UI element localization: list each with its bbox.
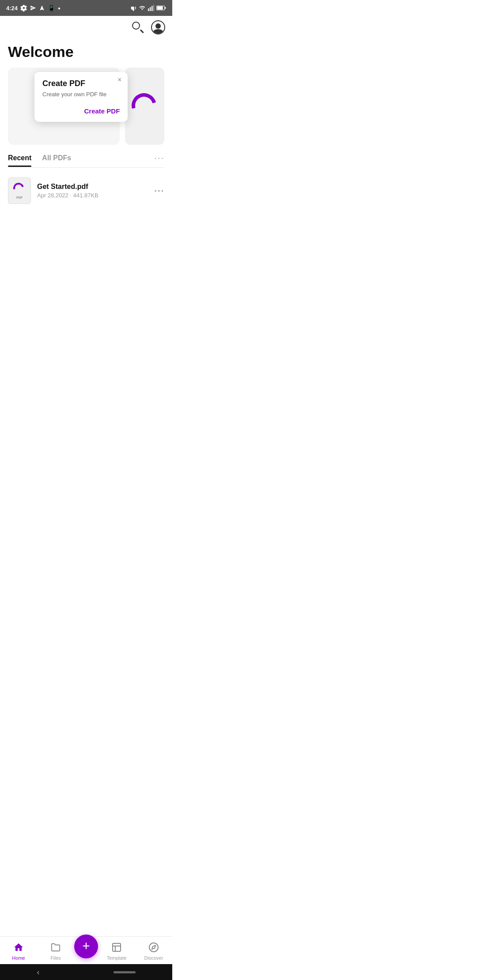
file-date: Apr 28,2022	[37, 192, 68, 199]
muted-icon	[130, 5, 136, 11]
svg-rect-1	[150, 7, 151, 11]
navigation-icon	[39, 5, 45, 11]
svg-rect-3	[153, 5, 154, 11]
whatsapp-icon: 📱	[48, 4, 55, 11]
settings-icon	[20, 4, 27, 11]
file-list: PDF Get Started.pdf Apr 28,2022 · 441.87…	[0, 168, 172, 214]
send-icon	[30, 5, 36, 11]
time-display: 4:24	[6, 5, 18, 11]
wifi-icon	[139, 5, 146, 11]
tabs-section: Recent All PDFs ···	[0, 153, 172, 168]
table-row[interactable]: PDF Get Started.pdf Apr 28,2022 · 441.87…	[8, 173, 164, 208]
svg-rect-0	[148, 8, 149, 11]
cards-row: PDF + × Create PDF Create your own PDF f…	[0, 68, 172, 145]
signal-icon	[148, 5, 154, 11]
file-size: 441.87KB	[73, 192, 98, 199]
tabs-left: Recent All PDFs	[8, 154, 71, 166]
svg-rect-6	[165, 7, 166, 9]
search-button[interactable]	[131, 20, 145, 34]
tab-recent[interactable]: Recent	[8, 154, 31, 166]
status-icons	[130, 5, 166, 11]
welcome-section: Welcome	[0, 39, 172, 68]
file-separator: ·	[70, 192, 72, 199]
file-more-button[interactable]: ···	[154, 186, 164, 196]
file-meta: Apr 28,2022 · 441.87KB	[37, 192, 148, 199]
status-time: 4:24 📱 ●	[6, 4, 61, 11]
file-name: Get Started.pdf	[37, 183, 148, 191]
tabs-row: Recent All PDFs ···	[8, 153, 164, 168]
tabs-more-button[interactable]: ···	[154, 153, 164, 167]
second-card-logo	[132, 93, 158, 120]
app-header	[0, 16, 172, 39]
create-pdf-card[interactable]: PDF + × Create PDF Create your own PDF f…	[8, 68, 120, 145]
tooltip-close-button[interactable]: ×	[117, 76, 121, 83]
welcome-title: Welcome	[8, 43, 164, 60]
account-button[interactable]	[151, 20, 165, 34]
tooltip-subtitle: Create your own PDF file	[42, 91, 120, 98]
second-card[interactable]	[125, 68, 164, 145]
file-thumb-logo	[13, 183, 26, 195]
tooltip-popup: × Create PDF Create your own PDF file Cr…	[34, 72, 128, 122]
file-info: Get Started.pdf Apr 28,2022 · 441.87KB	[37, 183, 148, 199]
tooltip-action-link[interactable]: Create PDF	[42, 107, 120, 115]
status-bar: 4:24 📱 ●	[0, 0, 172, 16]
file-thumbnail: PDF	[8, 177, 31, 204]
battery-icon	[156, 5, 166, 11]
foxit-logo-icon	[11, 181, 26, 195]
tab-all-pdfs[interactable]: All PDFs	[42, 154, 71, 166]
dot-icon: ●	[58, 6, 61, 11]
svg-rect-5	[157, 6, 163, 9]
file-thumb-label: PDF	[16, 196, 23, 199]
tooltip-title: Create PDF	[42, 79, 111, 88]
svg-rect-2	[151, 6, 152, 11]
